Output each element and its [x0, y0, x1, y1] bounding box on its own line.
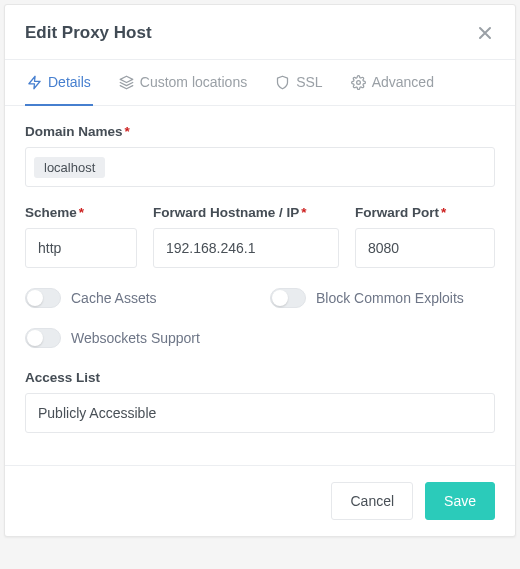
tab-ssl-label: SSL [296, 74, 322, 90]
scheme-label-text: Scheme [25, 205, 77, 220]
tab-advanced-label: Advanced [372, 74, 434, 90]
required-asterisk: * [301, 205, 306, 220]
tab-advanced[interactable]: Advanced [349, 60, 436, 106]
block-exploits-toggle[interactable] [270, 288, 306, 308]
zap-icon [27, 75, 42, 90]
access-list-label: Access List [25, 370, 495, 385]
svg-marker-0 [29, 76, 40, 89]
edit-proxy-host-modal: Edit Proxy Host Details Custom locations… [4, 4, 516, 537]
modal-footer: Cancel Save [5, 465, 515, 536]
domain-tag[interactable]: localhost [34, 157, 105, 178]
gear-icon [351, 75, 366, 90]
port-input[interactable] [355, 228, 495, 268]
required-asterisk: * [125, 124, 130, 139]
cache-assets-label: Cache Assets [71, 290, 157, 306]
tab-bar: Details Custom locations SSL Advanced [5, 60, 515, 106]
toggles-row-1: Cache Assets Block Common Exploits [25, 288, 495, 308]
scheme-select[interactable]: http [25, 228, 137, 268]
hostname-label-text: Forward Hostname / IP [153, 205, 299, 220]
modal-header: Edit Proxy Host [5, 5, 515, 60]
toggles-row-2: Websockets Support [25, 328, 495, 348]
modal-title: Edit Proxy Host [25, 23, 152, 43]
port-label-text: Forward Port [355, 205, 439, 220]
websockets-item: Websockets Support [25, 328, 495, 348]
block-exploits-item: Block Common Exploits [270, 288, 495, 308]
access-list-select[interactable]: Publicly Accessible [25, 393, 495, 433]
tab-details-label: Details [48, 74, 91, 90]
cache-assets-item: Cache Assets [25, 288, 250, 308]
websockets-label: Websockets Support [71, 330, 200, 346]
tab-ssl[interactable]: SSL [273, 60, 324, 106]
cancel-button[interactable]: Cancel [331, 482, 413, 520]
hostname-input[interactable] [153, 228, 339, 268]
layers-icon [119, 75, 134, 90]
required-asterisk: * [441, 205, 446, 220]
domain-names-label: Domain Names* [25, 124, 495, 139]
modal-body: Domain Names* localhost Scheme* http For… [5, 106, 515, 443]
tab-custom-label: Custom locations [140, 74, 247, 90]
save-button[interactable]: Save [425, 482, 495, 520]
domain-names-label-text: Domain Names [25, 124, 123, 139]
scheme-label: Scheme* [25, 205, 137, 220]
hostname-label: Forward Hostname / IP* [153, 205, 339, 220]
svg-marker-1 [120, 76, 133, 82]
port-label: Forward Port* [355, 205, 495, 220]
shield-icon [275, 75, 290, 90]
required-asterisk: * [79, 205, 84, 220]
svg-point-2 [356, 80, 360, 84]
websockets-toggle[interactable] [25, 328, 61, 348]
access-list-block: Access List Publicly Accessible [25, 370, 495, 433]
forward-row: Scheme* http Forward Hostname / IP* Forw… [25, 205, 495, 268]
domain-names-input[interactable]: localhost [25, 147, 495, 187]
close-icon [477, 25, 493, 41]
tab-custom-locations[interactable]: Custom locations [117, 60, 249, 106]
close-button[interactable] [475, 23, 495, 43]
cache-assets-toggle[interactable] [25, 288, 61, 308]
tab-details[interactable]: Details [25, 60, 93, 106]
block-exploits-label: Block Common Exploits [316, 290, 464, 306]
